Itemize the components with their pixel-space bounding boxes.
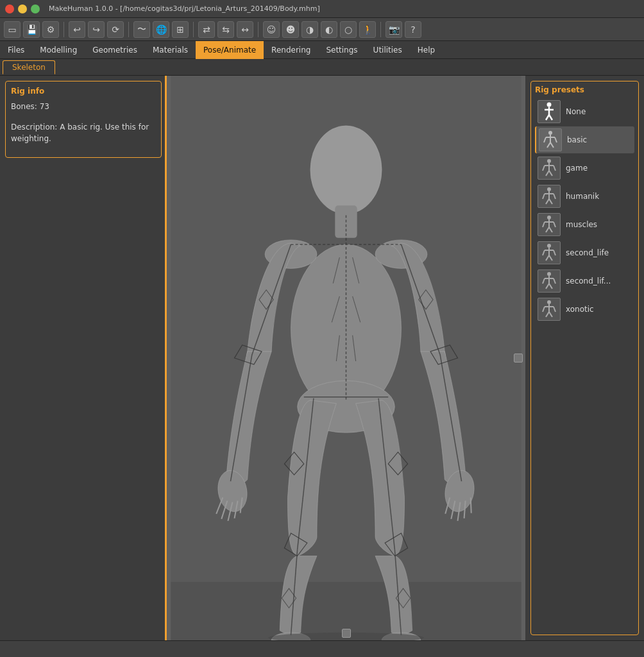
preset-thumb-muscles [538, 213, 561, 236]
svg-line-95 [543, 278, 545, 284]
svg-line-93 [546, 284, 549, 289]
svg-line-68 [554, 166, 555, 171]
preset-muscles[interactable]: muscles [535, 211, 634, 238]
menu-modelling[interactable]: Modelling [32, 41, 85, 59]
viewport-content [167, 76, 525, 640]
preset-second-lif-ellipsis[interactable]: second_lif... [535, 268, 634, 294]
svg-line-79 [546, 227, 549, 232]
svg-line-58 [547, 142, 550, 148]
menu-files[interactable]: Files [0, 41, 32, 59]
svg-line-96 [554, 278, 555, 284]
toolbar-grid[interactable]: ⊞ [172, 21, 189, 38]
preset-thumb-none [538, 100, 561, 123]
tab-skeleton[interactable]: Skeleton [3, 60, 55, 74]
svg-point-83 [547, 244, 551, 248]
preset-label-humanik: humanik [566, 192, 599, 201]
statusbar [0, 640, 644, 657]
preset-thumb-game [538, 157, 561, 180]
svg-line-82 [554, 222, 555, 227]
toolbar-undo[interactable]: ↩ [69, 21, 85, 38]
svg-line-103 [554, 307, 555, 312]
rig-info-title: Rig info [11, 87, 156, 96]
menu-geometries[interactable]: Geometries [85, 41, 145, 59]
toolbar-face2[interactable]: ☻ [282, 21, 299, 38]
preset-label-game: game [566, 164, 588, 173]
menu-rendering[interactable]: Rendering [264, 41, 318, 59]
toolbar-refresh[interactable]: ⟳ [107, 21, 124, 38]
toolbar-help[interactable]: ? [405, 21, 421, 38]
svg-point-90 [547, 272, 551, 276]
toolbar-face5[interactable]: ○ [340, 21, 357, 38]
svg-line-75 [554, 194, 555, 199]
toolbar-pose2[interactable]: ⇆ [217, 21, 234, 38]
svg-line-100 [546, 312, 549, 317]
svg-line-18 [471, 497, 471, 513]
svg-line-73 [549, 199, 552, 204]
svg-line-72 [546, 199, 549, 204]
svg-line-102 [543, 307, 545, 312]
viewport-3d[interactable] [167, 76, 525, 640]
toolbar-face3[interactable]: ◑ [301, 21, 318, 38]
right-panel: Rig presets None [525, 76, 644, 640]
preset-none[interactable]: None [535, 98, 634, 125]
toolbar-globe[interactable]: 🌐 [153, 21, 169, 38]
toolbar-redo[interactable]: ↪ [88, 21, 105, 38]
svg-line-67 [543, 166, 545, 171]
svg-point-76 [547, 216, 551, 219]
menu-settings[interactable]: Settings [318, 41, 365, 59]
human-figure-svg [167, 76, 525, 640]
svg-line-54 [549, 115, 552, 120]
preset-thumb-humanik [538, 185, 561, 208]
toolbar-icon-2[interactable]: 💾 [23, 21, 40, 38]
toolbar-face4[interactable]: ◐ [321, 21, 337, 38]
scroll-handle-v[interactable] [514, 354, 523, 363]
rig-info-box: Rig info Bones: 73 Description: A basic … [5, 81, 162, 158]
preset-label-muscles: muscles [566, 220, 597, 229]
preset-label-basic: basic [567, 135, 587, 144]
svg-line-74 [543, 194, 545, 199]
rig-info-bones: Bones: 73 [11, 101, 156, 112]
toolbar: ▭ 💾 ⚙ ↩ ↪ ⟳ 〜 🌐 ⊞ ⇄ ⇆ ↔ ☺ ☻ ◑ ◐ ○ 🚶 📷 ? [0, 18, 644, 41]
toolbar-figure[interactable]: 🚶 [359, 21, 376, 38]
preset-thumb-second-lif [538, 269, 561, 293]
svg-point-69 [547, 187, 551, 191]
preset-humanik[interactable]: humanik [535, 183, 634, 210]
titlebar: MakeHuman 1.0.0 - [/home/cogitas3d/prj/L… [0, 0, 644, 18]
toolbar-icon-3[interactable]: ⚙ [42, 21, 59, 38]
toolbar-separator-4 [258, 22, 258, 37]
menu-pose-animate[interactable]: Pose/Animate [196, 41, 264, 59]
minimize-button[interactable] [18, 4, 27, 13]
svg-line-101 [549, 312, 552, 317]
svg-line-65 [546, 171, 549, 176]
preset-second-life[interactable]: second_life [535, 239, 634, 266]
toolbar-icon-1[interactable]: ▭ [4, 21, 21, 38]
svg-line-94 [549, 284, 552, 289]
close-button[interactable] [5, 4, 14, 13]
maximize-button[interactable] [31, 4, 40, 13]
toolbar-curve[interactable]: 〜 [133, 21, 150, 38]
preset-game[interactable]: game [535, 155, 634, 182]
main-content: Rig info Bones: 73 Description: A basic … [0, 76, 644, 640]
preset-thumb-second-life [538, 241, 561, 264]
menubar: Files Modelling Geometries Materials Pos… [0, 41, 644, 59]
toolbar-separator-2 [128, 22, 129, 37]
toolbar-camera[interactable]: 📷 [386, 21, 402, 38]
svg-line-59 [550, 142, 554, 148]
svg-line-89 [554, 250, 555, 255]
rig-presets-box: Rig presets None [530, 81, 639, 635]
menu-help[interactable]: Help [410, 41, 443, 59]
svg-line-87 [549, 255, 552, 260]
menu-materials[interactable]: Materials [145, 41, 196, 59]
preset-label-xonotic: xonotic [566, 305, 594, 314]
toolbar-pose1[interactable]: ⇄ [198, 21, 215, 38]
preset-thumb-basic [539, 128, 562, 151]
scroll-handle-h[interactable] [342, 629, 351, 638]
svg-point-62 [547, 159, 551, 163]
menu-utilities[interactable]: Utilities [366, 41, 410, 59]
svg-line-60 [544, 137, 546, 142]
preset-xonotic[interactable]: xonotic [535, 296, 634, 323]
toolbar-pose3[interactable]: ↔ [237, 21, 253, 38]
toolbar-face1[interactable]: ☺ [263, 21, 280, 38]
preset-basic[interactable]: basic [535, 126, 634, 153]
svg-point-3 [310, 126, 382, 214]
